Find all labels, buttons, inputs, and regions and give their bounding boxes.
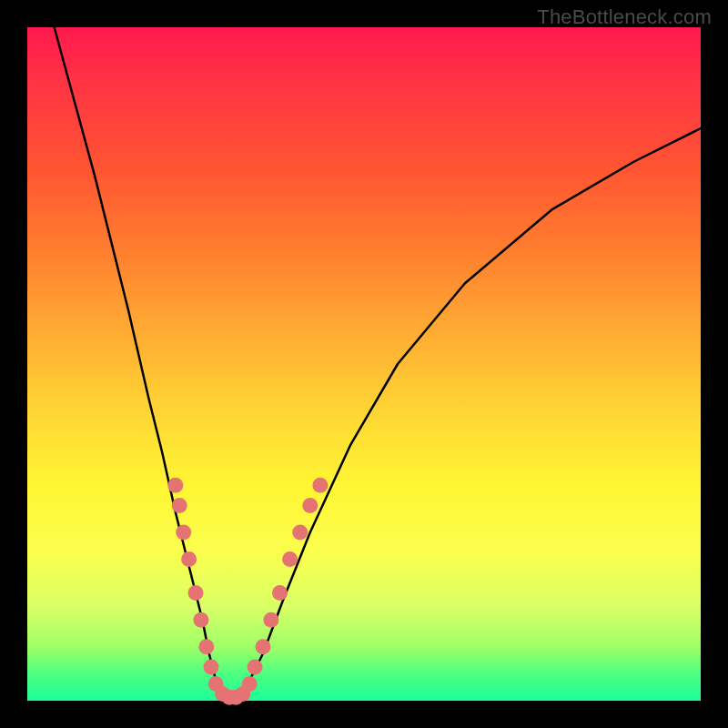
highlight-dot [193,612,208,628]
highlight-dot [282,551,298,567]
highlight-dot [272,585,288,601]
highlight-dot [188,585,204,601]
highlight-dot [292,525,308,541]
bottleneck-curve-path [55,27,701,701]
highlight-dot [198,639,214,654]
highlight-dot [204,660,219,675]
highlight-dot [176,525,191,541]
highlight-dot [263,612,278,628]
dots-group [167,478,328,705]
highlight-dot [167,478,183,493]
highlight-dot [242,676,258,692]
highlight-dot [248,660,263,675]
highlight-dot [302,498,318,513]
chart-frame: TheBottleneck.com [0,0,728,728]
bottleneck-curve-svg [27,27,701,701]
highlight-dot [172,498,187,513]
highlight-dot [256,639,271,654]
curve-group [55,27,701,701]
highlight-dot [181,551,197,567]
highlight-dot [312,478,328,493]
plot-area [27,27,701,701]
watermark-label: TheBottleneck.com [537,5,712,29]
